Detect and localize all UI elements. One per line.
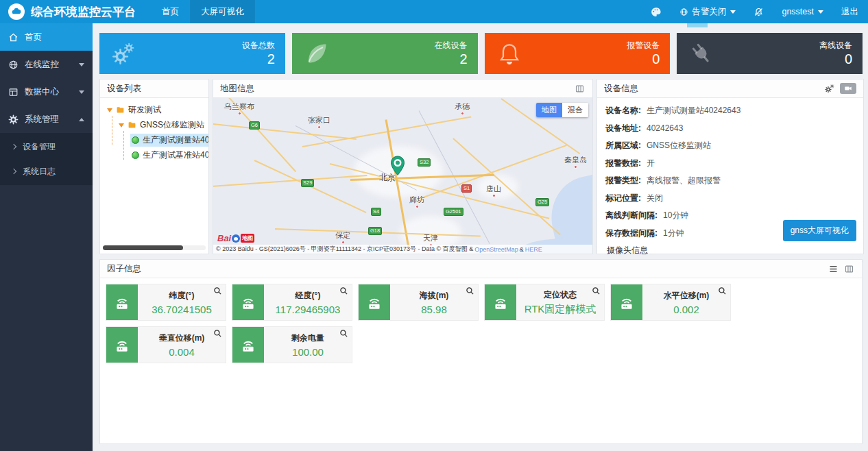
tree-node-device[interactable]: 生产测试基准站402 xyxy=(100,147,208,162)
sidebar-item-data-center[interactable]: 数据中心 xyxy=(0,78,93,106)
app-logo xyxy=(8,3,25,20)
map-city-label: 张家口 xyxy=(308,116,330,129)
sidebar-item-label: 在线监控 xyxy=(25,59,59,71)
sidebar-item-system-log[interactable]: 系统日志 xyxy=(0,159,93,184)
factor-label: 垂直位移(m) xyxy=(159,332,205,344)
info-label: 报警类型: xyxy=(605,175,641,185)
factor-label: 经度(°) xyxy=(296,290,321,302)
magnifier-icon[interactable] xyxy=(213,287,222,295)
bell-icon xyxy=(497,41,522,66)
map-expand-button[interactable] xyxy=(574,84,586,94)
expand-icon xyxy=(574,84,586,94)
info-label: 保存数据间隔: xyxy=(605,228,658,238)
factor-card-battery[interactable]: 剩余电量 100.00 xyxy=(232,326,352,363)
info-value: 开 xyxy=(647,158,655,168)
plug-icon xyxy=(689,41,714,66)
device-map-marker[interactable] xyxy=(390,156,405,178)
map-layer-switcher[interactable]: 地图 混合 xyxy=(536,103,588,117)
stat-card-offline-devices[interactable]: 离线设备 0 xyxy=(677,33,863,74)
device-settings-button[interactable] xyxy=(824,83,835,94)
device-info-panel: 设备信息 设备名称:生产测试测量站40242643 设备地址:40242643 … xyxy=(596,79,864,254)
magnifier-icon[interactable] xyxy=(718,287,727,295)
tree-expand-icon[interactable] xyxy=(119,123,124,130)
chevron-up-icon xyxy=(79,115,84,121)
magnifier-icon[interactable] xyxy=(592,287,601,295)
layer-hybrid-option[interactable]: 混合 xyxy=(562,103,588,117)
factor-info-panel: 因子信息 纬度(°) 36.70241505 经度(°) 117.2946590… xyxy=(99,259,863,444)
leaf-icon xyxy=(304,41,329,66)
info-label: 标记位置: xyxy=(605,193,641,203)
alarm-toggle-dropdown[interactable]: 告警关闭 xyxy=(679,6,736,18)
info-label: 所属区域: xyxy=(605,141,641,150)
sidebar-item-label: 数据中心 xyxy=(25,86,59,98)
folder-icon xyxy=(115,106,125,114)
here-link[interactable]: HERE xyxy=(525,246,542,253)
openstreetmap-link[interactable]: OpenStreetMap xyxy=(474,246,518,253)
sidebar-subitem-label: 系统日志 xyxy=(23,166,56,178)
sidebar-item-home[interactable]: 首页 xyxy=(0,23,93,51)
theme-palette-button[interactable] xyxy=(650,6,662,18)
nav-item-bigscreen[interactable]: 大屏可视化 xyxy=(190,0,255,23)
scrollbar-thumb[interactable] xyxy=(103,245,183,250)
logout-button[interactable]: 退出 xyxy=(841,6,858,18)
video-camera-icon xyxy=(844,84,852,93)
road-badge: G6 xyxy=(249,121,260,130)
expand-icon xyxy=(843,264,855,274)
sidebar-item-system-manage[interactable]: 系统管理 xyxy=(0,106,93,133)
info-label: 报警数据: xyxy=(605,158,641,168)
gnss-bigscreen-button[interactable]: gnss大屏可视化 xyxy=(783,220,856,241)
city-dot xyxy=(238,112,241,115)
tree-expand-icon[interactable] xyxy=(107,108,112,115)
cloud-icon xyxy=(11,6,22,17)
baidu-logo-text: Bai xyxy=(217,233,231,243)
mute-notifications-button[interactable] xyxy=(754,7,764,17)
factor-card-longitude[interactable]: 经度(°) 117.29465903 xyxy=(232,284,352,321)
magnifier-icon[interactable] xyxy=(339,329,348,338)
sensor-icon xyxy=(239,293,257,311)
road-badge: S1 xyxy=(461,184,472,193)
stat-card-total-devices[interactable]: 设备总数 2 xyxy=(99,33,285,74)
factor-card-positioning-status[interactable]: 定位状态 RTK固定解模式 xyxy=(484,284,605,321)
tree-node-device[interactable]: 生产测试测量站402 xyxy=(100,132,208,147)
factor-card-latitude[interactable]: 纬度(°) 36.70241505 xyxy=(106,284,226,321)
globe-icon xyxy=(8,60,19,70)
magnifier-icon[interactable] xyxy=(466,287,474,295)
sidebar-item-online-monitor[interactable]: 在线监控 xyxy=(0,51,93,78)
stat-value: 2 xyxy=(435,51,468,67)
factor-value: 0.004 xyxy=(169,346,195,358)
nav-item-home[interactable]: 首页 xyxy=(151,0,190,23)
horizontal-scrollbar[interactable] xyxy=(103,245,206,250)
sidebar: 首页 在线监控 数据中心 系统管理 设备管理 系统日志 xyxy=(0,23,93,451)
alarm-toggle-label: 告警关闭 xyxy=(692,6,726,18)
factor-card-horizontal-displacement[interactable]: 水平位移(m) 0.002 xyxy=(610,284,731,321)
layer-map-option[interactable]: 地图 xyxy=(536,103,562,117)
factor-card-altitude[interactable]: 海拔(m) 85.98 xyxy=(358,284,479,321)
stat-value: 0 xyxy=(627,51,660,67)
stat-card-online-devices[interactable]: 在线设备 2 xyxy=(292,33,478,74)
map-city-label: 乌兰察布 xyxy=(224,102,254,115)
tree-node-folder[interactable]: 研发测试 xyxy=(100,102,208,117)
map-attribution: © 2023 Baidu - GS(2021)6026号 - 甲测资字11111… xyxy=(213,245,592,254)
device-camera-button[interactable] xyxy=(840,83,856,94)
factor-card-vertical-displacement[interactable]: 垂直位移(m) 0.004 xyxy=(106,326,226,363)
factor-expand-button[interactable] xyxy=(843,264,855,274)
stat-card-alarm-devices[interactable]: 报警设备 0 xyxy=(485,33,671,74)
road-badge: S32 xyxy=(418,158,431,167)
magnifier-icon[interactable] xyxy=(213,329,222,338)
factor-value: 85.98 xyxy=(421,304,447,315)
user-dropdown[interactable]: gnsstest xyxy=(782,7,823,16)
map-canvas[interactable]: G6 S29 S32 S1 S4 G2501 G18 G25 乌兰察布 张家口 … xyxy=(213,98,592,254)
top-navbar: 综合环境监控云平台 首页 大屏可视化 告警关闭 gnsstest 退出 xyxy=(0,0,868,23)
chevron-down-icon xyxy=(730,10,736,16)
magnifier-icon[interactable] xyxy=(339,287,348,295)
factor-value: 100.00 xyxy=(292,346,324,358)
tree-node-folder[interactable]: GNSS位移监测站 xyxy=(100,117,208,132)
factor-list-view-button[interactable] xyxy=(828,264,839,274)
tree-connector xyxy=(123,131,124,160)
sidebar-item-device-manage[interactable]: 设备管理 xyxy=(0,134,93,159)
sensor-icon xyxy=(113,293,131,311)
camera-section-title: 摄像头信息 xyxy=(607,245,855,256)
road-badge: G18 xyxy=(368,227,382,235)
info-value: 1分钟 xyxy=(663,228,684,238)
gear-icon xyxy=(8,114,19,125)
